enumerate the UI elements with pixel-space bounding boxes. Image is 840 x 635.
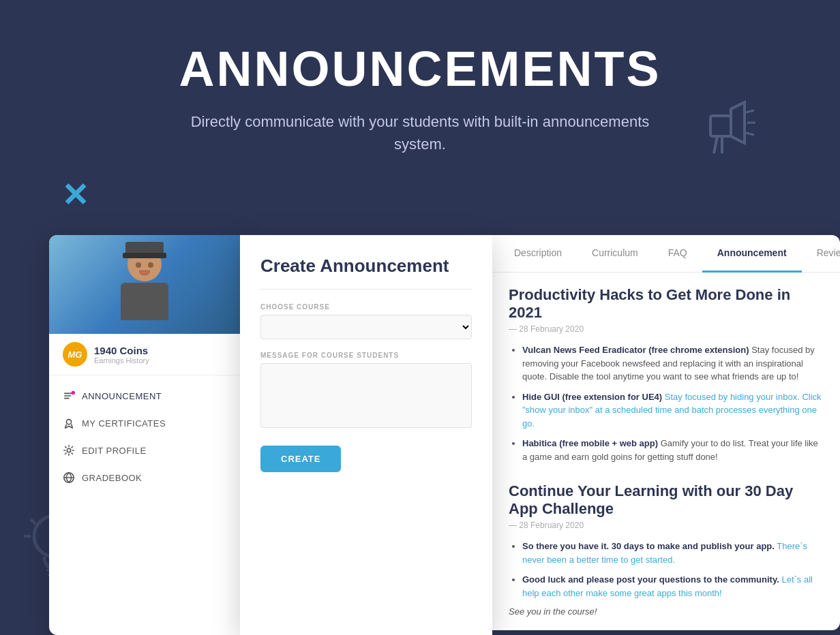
gradebook-label: GRADEBOOK (82, 473, 142, 483)
coin-avatar: MG (63, 342, 87, 367)
profile-person (107, 235, 182, 334)
svg-line-5 (746, 133, 754, 135)
person-head (127, 247, 162, 281)
announcement-1-title: Productivity Hacks to Get More Done in 2… (509, 286, 824, 322)
svg-line-10 (31, 519, 35, 524)
item-bold: Vulcan News Feed Eradicator (free chrome… (522, 345, 749, 355)
svg-point-14 (72, 391, 75, 394)
coins-amount: 1940 Coins (94, 345, 149, 356)
svg-line-1 (714, 136, 717, 153)
coins-sub: Earnings History (94, 356, 149, 365)
item-bold: Hide GUI (free extension for UE4) (522, 392, 662, 402)
tabs: Description Curriculum FAQ Announcement … (492, 235, 840, 273)
tab-announcement[interactable]: Announcement (702, 235, 802, 273)
list-item: Hide GUI (free extension for UE4) Stay f… (522, 390, 824, 431)
tab-curriculum[interactable]: Curriculum (577, 235, 653, 273)
person-hat (125, 242, 164, 255)
deco-megaphone-icon (690, 95, 758, 164)
tab-reviews[interactable]: Reviews (802, 235, 840, 273)
create-announcement-title: Create Announcement (260, 255, 472, 277)
my-certificates-label: MY CERTIFICATES (82, 418, 166, 429)
tab-faq[interactable]: FAQ (653, 235, 702, 273)
svg-point-15 (66, 420, 71, 424)
sidebar-item-announcement[interactable]: ANNOUNCEMENT (49, 382, 240, 409)
hero-subtitle: Directly communicate with your students … (181, 110, 659, 155)
announcement-1-date: — 28 February 2020 (509, 324, 824, 334)
announcement-1-list: Vulcan News Feed Eradicator (free chrome… (509, 343, 824, 463)
announcement-1: Productivity Hacks to Get More Done in 2… (509, 286, 824, 463)
item-bold: So there you have it. 30 days to make an… (522, 541, 775, 551)
list-item: Habitica (free mobile + web app) Gamify … (522, 437, 824, 463)
profile-image (49, 235, 240, 334)
sidebar-item-edit-profile[interactable]: EDIT PROFILE (49, 437, 240, 464)
sidebar-item-my-certificates[interactable]: MY CERTIFICATES (49, 409, 240, 437)
choose-course-label: CHOOSE COURSE (260, 303, 472, 311)
create-announcement-card: Create Announcement CHOOSE COURSE MESSAG… (240, 235, 492, 635)
announcement-2-title: Continue Your Learning with our 30 Day A… (509, 482, 824, 518)
announcement-list-card: Description Curriculum FAQ Announcement … (492, 235, 840, 630)
list-item: Vulcan News Feed Eradicator (free chrome… (522, 343, 824, 384)
message-textarea[interactable] (260, 363, 472, 428)
deco-x-icon: ✕ (61, 176, 89, 214)
item-bold: Good luck and please post your questions… (522, 574, 779, 585)
main-content: MG 1940 Coins Earnings History ANNOUNCEM… (49, 235, 840, 635)
person-body (121, 283, 168, 320)
coins-info: 1940 Coins Earnings History (94, 345, 149, 365)
list-item: Good luck and please post your questions… (522, 573, 824, 600)
svg-point-16 (67, 448, 70, 452)
sidebar-item-gradebook[interactable]: GRADEBOOK (49, 464, 240, 491)
announcement-label: ANNOUNCEMENT (82, 391, 162, 401)
edit-profile-label: EDIT PROFILE (82, 446, 147, 456)
list-item: So there you have it. 30 days to make an… (522, 540, 824, 566)
sidebar-card: MG 1940 Coins Earnings History ANNOUNCEM… (49, 235, 240, 635)
svg-line-3 (746, 110, 754, 112)
announcement-2: Continue Your Learning with our 30 Day A… (509, 482, 824, 617)
announcement-content: Productivity Hacks to Get More Done in 2… (492, 273, 840, 630)
announcement-2-date: — 28 February 2020 (509, 521, 824, 530)
announcement-2-list: So there you have it. 30 days to make an… (509, 540, 824, 600)
sidebar-nav: ANNOUNCEMENT MY CERTIFICATES EDIT PROFIL… (49, 375, 240, 498)
coins-row: MG 1940 Coins Earnings History (49, 334, 240, 375)
create-button[interactable]: CREATE (260, 446, 341, 472)
message-label: MESSAGE FOR COURSE STUDENTS (260, 352, 472, 359)
announce-footer: See you in the course! (509, 606, 824, 617)
tab-description[interactable]: Description (499, 235, 577, 273)
choose-course-select[interactable] (260, 315, 472, 339)
svg-rect-0 (710, 116, 731, 136)
item-bold: Habitica (free mobile + web app) (522, 438, 658, 448)
create-divider (260, 289, 472, 290)
page-title: ANNOUNCEMENTS (14, 41, 826, 97)
